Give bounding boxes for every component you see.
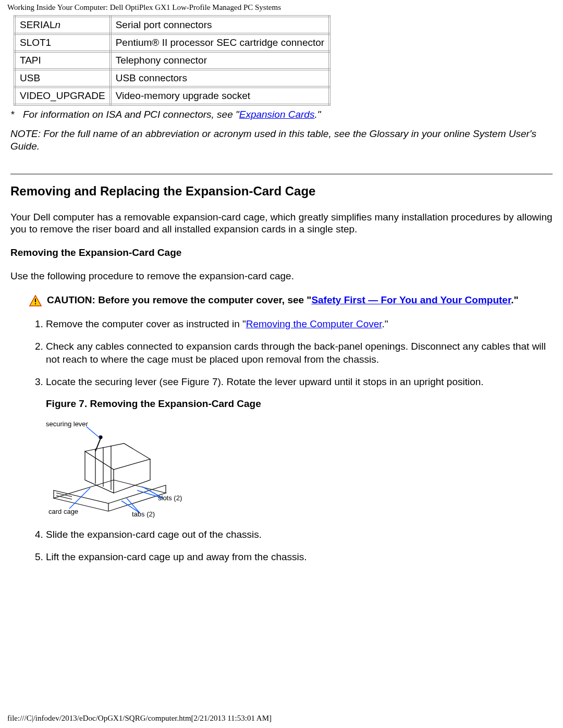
table-cell-label: SERIALn bbox=[15, 16, 111, 34]
caution-before: CAUTION: Before you remove the computer … bbox=[47, 294, 311, 305]
subsection-intro: Use the following procedure to remove th… bbox=[10, 270, 553, 282]
step-item: Slide the expansion-card cage out of the… bbox=[46, 528, 553, 541]
svg-rect-2 bbox=[35, 303, 36, 304]
table-row: TAPI Telephony connector bbox=[15, 52, 329, 69]
caution-icon bbox=[29, 295, 42, 306]
step-item: Remove the computer cover as instructed … bbox=[46, 318, 553, 331]
svg-marker-4 bbox=[85, 443, 150, 470]
fig-label-tabs: tabs (2) bbox=[132, 510, 155, 519]
glossary-note: NOTE: For the full name of an abbreviati… bbox=[10, 128, 553, 153]
svg-rect-1 bbox=[35, 299, 36, 302]
fig-label-slots: slots (2) bbox=[158, 494, 182, 503]
step-item: Locate the securing lever (see Figure 7)… bbox=[46, 376, 553, 519]
table-cell-desc: Telephony connector bbox=[111, 52, 330, 69]
table-cell-desc: Pentium® II processor SEC cartridge conn… bbox=[111, 34, 330, 52]
caution-block: CAUTION: Before you remove the computer … bbox=[10, 294, 553, 307]
svg-marker-3 bbox=[54, 480, 166, 511]
table-row: SERIALn Serial port connectors bbox=[15, 16, 329, 34]
table-row: VIDEO_UPGRADE Video-memory upgrade socke… bbox=[15, 87, 329, 105]
section-title: Removing and Replacing the Expansion-Car… bbox=[10, 184, 553, 199]
subsection-title: Removing the Expansion-Card Cage bbox=[10, 247, 553, 258]
label-suffix-italic: n bbox=[55, 19, 61, 30]
footnote-before: For information on ISA and PCI connector… bbox=[23, 109, 239, 120]
table-cell-label: SLOT1 bbox=[15, 34, 111, 52]
table-row: SLOT1 Pentium® II processor SEC cartridg… bbox=[15, 34, 329, 52]
connector-table: SERIALn Serial port connectors SLOT1 Pen… bbox=[14, 15, 331, 106]
step1-after: ." bbox=[382, 318, 388, 329]
table-cell-desc: Video-memory upgrade socket bbox=[111, 87, 330, 105]
removing-cover-link[interactable]: Removing the Computer Cover bbox=[246, 318, 382, 329]
figure-7-diagram: securing lever card cage slots (2) tabs … bbox=[46, 420, 181, 519]
footnote-after: ." bbox=[314, 109, 321, 120]
table-row: USB USB connectors bbox=[15, 69, 329, 87]
footnote-star: * bbox=[10, 109, 18, 120]
table-cell-label: USB bbox=[15, 69, 111, 87]
step-item: Check any cables connected to expansion … bbox=[46, 340, 553, 366]
caution-after: ." bbox=[511, 294, 518, 305]
table-cell-label: VIDEO_UPGRADE bbox=[15, 87, 111, 105]
step1-before: Remove the computer cover as instructed … bbox=[46, 318, 246, 329]
caution-text: CAUTION: Before you remove the computer … bbox=[47, 294, 553, 307]
step3-text: Locate the securing lever (see Figure 7)… bbox=[46, 376, 553, 389]
table-cell-desc: Serial port connectors bbox=[111, 16, 330, 34]
page-header-path: Working Inside Your Computer: Dell OptiP… bbox=[7, 3, 556, 12]
section-divider bbox=[10, 174, 553, 175]
expansion-cards-link[interactable]: Expansion Cards bbox=[239, 109, 315, 120]
footnote-text: For information on ISA and PCI connector… bbox=[23, 109, 553, 120]
table-cell-desc: USB connectors bbox=[111, 69, 330, 87]
figure-svg bbox=[46, 420, 181, 519]
label-prefix: SERIAL bbox=[20, 19, 55, 30]
steps-list: Remove the computer cover as instructed … bbox=[28, 318, 553, 563]
fig-label-securing-lever: securing lever bbox=[46, 420, 88, 429]
table-cell-label: TAPI bbox=[15, 52, 111, 69]
svg-line-12 bbox=[87, 427, 100, 438]
step-item: Lift the expansion-card cage up and away… bbox=[46, 551, 553, 564]
intro-paragraph: Your Dell computer has a removable expan… bbox=[10, 211, 553, 236]
figure-caption: Figure 7. Removing the Expansion-Card Ca… bbox=[46, 398, 553, 411]
safety-first-link[interactable]: Safety First — For You and Your Computer bbox=[311, 294, 511, 305]
fig-label-card-cage: card cage bbox=[48, 508, 78, 516]
table-footnote: * For information on ISA and PCI connect… bbox=[10, 109, 553, 120]
